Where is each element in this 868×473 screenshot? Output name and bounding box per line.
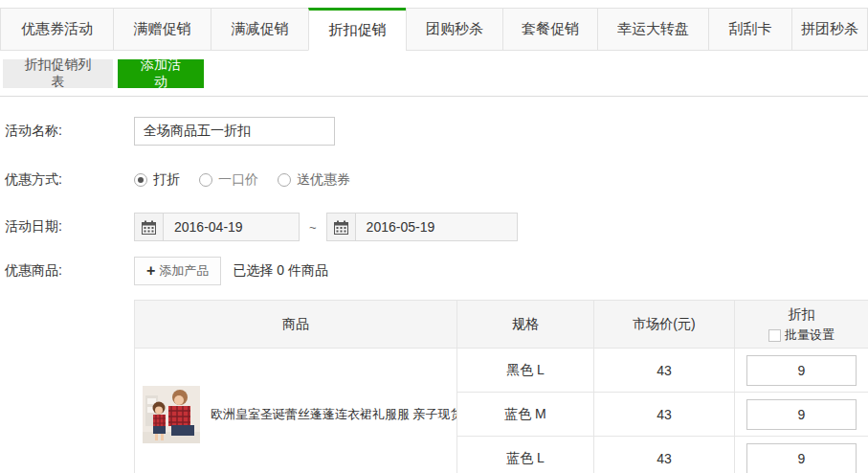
add-activity-button[interactable]: 添加活动 — [118, 59, 204, 88]
product-info: 欧洲皇室圣诞蕾丝蓬蓬连衣裙礼服服 亲子现货 — [135, 386, 456, 443]
tab-label: 刮刮卡 — [729, 20, 772, 38]
tab-group-seckill[interactable]: 团购秒杀 — [406, 8, 502, 51]
tab-package-promo[interactable]: 套餐促销 — [502, 8, 597, 51]
header-product: 商品 — [135, 301, 457, 349]
radio-discount[interactable] — [134, 173, 147, 187]
discount-method-row: 优惠方式: 打折 一口价 送优惠券 — [5, 171, 868, 189]
promo-products-label: 优惠商品: — [5, 262, 134, 280]
date-range-separator: ~ — [309, 220, 317, 235]
tab-label: 团购秒杀 — [426, 20, 483, 38]
table-row: 欧洲皇室圣诞蕾丝蓬蓬连衣裙礼服服 亲子现货 黑色 L 43 — [135, 349, 868, 393]
start-date-value: 2016-04-19 — [164, 214, 254, 240]
product-image — [143, 386, 200, 443]
batch-set-control[interactable]: 批量设置 — [735, 327, 868, 344]
spec-cell: 蓝色 L — [457, 437, 594, 473]
tab-label: 优惠券活动 — [21, 20, 93, 38]
section-divider — [0, 96, 868, 97]
tab-full-gift-promo[interactable]: 满赠促销 — [113, 8, 211, 51]
activity-date-label: 活动日期: — [5, 218, 134, 236]
end-date-picker[interactable]: 2016-05-19 — [326, 213, 518, 241]
end-date-value: 2016-05-19 — [356, 214, 446, 240]
tab-label: 拼团秒杀 — [801, 20, 858, 38]
radio-option-label: 送优惠券 — [297, 171, 350, 189]
radio-option-fixed-price[interactable]: 一口价 — [199, 171, 258, 189]
tab-label: 幸运大转盘 — [617, 20, 689, 38]
calendar-icon[interactable] — [327, 214, 356, 240]
tab-label: 折扣促销 — [329, 21, 387, 39]
start-date-picker[interactable]: 2016-04-19 — [134, 213, 300, 241]
tab-label: 套餐促销 — [522, 20, 579, 38]
header-discount: 折扣 批量设置 — [735, 301, 868, 349]
radio-option-discount[interactable]: 打折 — [134, 171, 180, 189]
product-name: 欧洲皇室圣诞蕾丝蓬蓬连衣裙礼服服 亲子现货 — [211, 406, 456, 423]
activity-form: 活动名称: 优惠方式: 打折 一口价 送优惠券 活动日期 — [0, 117, 868, 285]
price-cell: 43 — [594, 437, 735, 473]
selected-count-text: 已选择 0 件商品 — [233, 262, 328, 280]
radio-option-label: 一口价 — [218, 171, 258, 189]
calendar-icon[interactable] — [135, 214, 164, 240]
add-product-button[interactable]: + 添加产品 — [134, 257, 221, 285]
tab-pintuan-seckill[interactable]: 拼团秒杀 — [791, 8, 868, 51]
spec-cell: 黑色 L — [457, 349, 594, 393]
product-cell: 欧洲皇室圣诞蕾丝蓬蓬连衣裙礼服服 亲子现货 — [135, 349, 457, 473]
discount-input[interactable] — [746, 443, 857, 473]
spec-cell: 蓝色 M — [457, 393, 594, 437]
activity-name-label: 活动名称: — [5, 123, 134, 140]
discount-cell — [735, 393, 868, 437]
promotion-tabbar: 优惠券活动 满赠促销 满减促销 折扣促销 团购秒杀 套餐促销 幸运大转盘 刮刮卡… — [0, 8, 868, 51]
header-spec: 规格 — [457, 301, 594, 349]
activity-date-row: 活动日期: 2016-04-19 ~ 2016-05-19 — [5, 213, 868, 241]
header-discount-title: 折扣 — [735, 304, 868, 325]
batch-set-checkbox[interactable] — [768, 329, 781, 342]
activity-name-input[interactable] — [134, 117, 335, 146]
tab-label: 满减促销 — [232, 20, 289, 38]
tab-lucky-wheel[interactable]: 幸运大转盘 — [597, 8, 708, 51]
plus-icon: + — [146, 263, 155, 279]
radio-give-coupon[interactable] — [278, 173, 291, 187]
product-discount-table: 商品 规格 市场价(元) 折扣 批量设置 — [134, 300, 868, 473]
price-cell: 43 — [594, 393, 735, 437]
discount-input[interactable] — [746, 355, 857, 386]
tab-coupon-activity[interactable]: 优惠券活动 — [0, 8, 113, 51]
radio-option-give-coupon[interactable]: 送优惠券 — [278, 171, 350, 189]
radio-option-label: 打折 — [153, 171, 180, 189]
batch-set-label: 批量设置 — [785, 327, 835, 344]
sub-toolbar: 折扣促销列表 添加活动 — [3, 59, 868, 88]
add-product-label: 添加产品 — [159, 262, 209, 280]
discount-list-button[interactable]: 折扣促销列表 — [3, 59, 113, 88]
radio-fixed-price[interactable] — [199, 173, 212, 187]
tab-label: 满赠促销 — [134, 20, 191, 38]
discount-method-options: 打折 一口价 送优惠券 — [134, 171, 369, 189]
discount-method-label: 优惠方式: — [5, 171, 134, 189]
discount-promotion-page: 优惠券活动 满赠促销 满减促销 折扣促销 团购秒杀 套餐促销 幸运大转盘 刮刮卡… — [0, 0, 868, 473]
price-cell: 43 — [594, 349, 735, 393]
table-header-row: 商品 规格 市场价(元) 折扣 批量设置 — [135, 301, 868, 349]
activity-name-row: 活动名称: — [5, 117, 868, 146]
tab-scratch-card[interactable]: 刮刮卡 — [708, 8, 791, 51]
discount-cell — [735, 437, 868, 473]
promo-products-row: 优惠商品: + 添加产品 已选择 0 件商品 — [5, 257, 868, 285]
tab-discount-promo[interactable]: 折扣促销 — [308, 8, 406, 51]
tab-full-reduction-promo[interactable]: 满减促销 — [211, 8, 308, 51]
discount-cell — [735, 349, 868, 393]
discount-input[interactable] — [746, 399, 857, 430]
header-price: 市场价(元) — [594, 301, 735, 349]
